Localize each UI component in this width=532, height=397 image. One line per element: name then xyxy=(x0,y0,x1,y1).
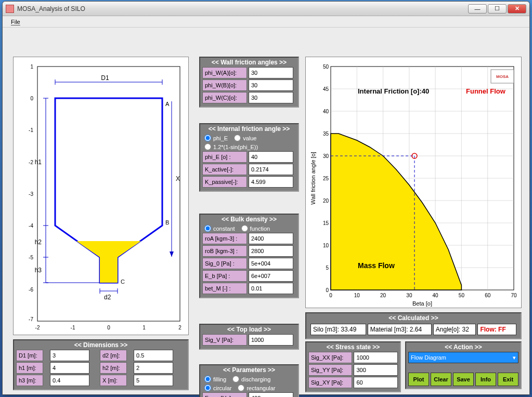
phiWC-label: phi_W(C)[o]: xyxy=(202,92,247,103)
kpassive-input[interactable] xyxy=(249,176,293,188)
roB-input[interactable] xyxy=(249,245,293,257)
svg-text:-1: -1 xyxy=(71,325,75,330)
sigXY-input[interactable] xyxy=(354,377,398,388)
mass-flow-label: Mass Flow xyxy=(358,261,395,270)
kactive-label: K_active[-]: xyxy=(202,164,247,175)
svg-text:50: 50 xyxy=(459,293,465,298)
fmax-label: Fmax [Hz]: xyxy=(202,392,247,397)
radio-discharging[interactable]: discharging xyxy=(232,376,270,382)
svg-text:45: 45 xyxy=(323,86,329,92)
radio-constant[interactable]: constant xyxy=(204,225,235,232)
svg-text:1: 1 xyxy=(30,64,33,70)
roA-input[interactable] xyxy=(249,233,293,244)
radio-function[interactable]: function xyxy=(241,225,270,232)
svg-text:-4: -4 xyxy=(29,223,33,229)
ylabel: Wall friction angle [o] xyxy=(310,152,316,205)
radio-circular[interactable]: circular xyxy=(204,385,231,391)
kactive-input[interactable] xyxy=(249,164,293,175)
svg-text:5: 5 xyxy=(326,265,329,271)
clear-button[interactable]: Clear xyxy=(431,373,451,386)
calc-flow: Flow: FF xyxy=(477,324,516,335)
menu-file[interactable]: File xyxy=(7,18,24,26)
titlebar[interactable]: MOSA_Analysis of SILO — ☐ ✕ xyxy=(3,2,529,16)
svg-text:40: 40 xyxy=(433,293,439,298)
close-button[interactable]: ✕ xyxy=(508,4,526,14)
wall-friction-panel: << Wall friction angles >> phi_W(A)[o]: … xyxy=(199,57,299,108)
svg-text:10: 10 xyxy=(354,293,360,298)
phiE-input[interactable] xyxy=(249,151,293,163)
save-button[interactable]: Save xyxy=(453,373,474,386)
X-input[interactable] xyxy=(134,375,173,386)
app-icon xyxy=(6,5,14,13)
radio-formula[interactable]: 1.2*(1-sin(phi_E)) xyxy=(204,143,258,150)
svg-text:20: 20 xyxy=(380,293,386,298)
radio-rectangular[interactable]: rectangular xyxy=(238,385,275,391)
h2-input[interactable] xyxy=(134,362,173,374)
menubar: File xyxy=(3,16,529,28)
svg-text:15: 15 xyxy=(323,220,329,226)
top-load-panel: << Top load >> Sig_V [Pa]: xyxy=(199,324,299,350)
stress-panel: << Stress state >> Sig_XX [Pa]: Sig_YY [… xyxy=(305,341,401,392)
svg-text:-6: -6 xyxy=(29,287,33,293)
calculated-title: << Calculated >> xyxy=(308,314,518,322)
svg-text:B: B xyxy=(165,219,169,226)
roB-label: roB [kgm-3] : xyxy=(202,245,247,257)
svg-marker-35 xyxy=(170,252,174,257)
h3-input[interactable] xyxy=(50,375,89,386)
radio-filling[interactable]: filling xyxy=(204,376,226,382)
phiWA-label: phi_W(A)[o]: xyxy=(202,67,247,78)
plot-button[interactable]: Plot xyxy=(408,373,429,386)
svg-text:D1: D1 xyxy=(101,74,109,82)
betM-input[interactable] xyxy=(249,283,293,294)
D1-input[interactable] xyxy=(50,350,89,361)
sigXY-label: Sig_XY [Pa]: xyxy=(308,377,352,388)
phiWC-input[interactable] xyxy=(249,92,293,103)
action-title: << Action >> xyxy=(408,343,518,351)
maximize-button[interactable]: ☐ xyxy=(488,4,507,14)
action-panel: << Action >> Flow Diagram▾ Plot Clear Sa… xyxy=(405,341,522,389)
svg-text:A: A xyxy=(165,101,170,107)
sig0-label: Sig_0 [Pa] : xyxy=(202,258,247,269)
phiWA-input[interactable] xyxy=(249,67,293,78)
sigYY-input[interactable] xyxy=(354,364,398,376)
svg-text:40: 40 xyxy=(323,109,329,114)
window-title: MOSA_Analysis of SILO xyxy=(17,5,468,12)
phiWB-input[interactable] xyxy=(249,80,293,91)
internal-title: << Internal friction angle >> xyxy=(202,125,296,133)
svg-text:70: 70 xyxy=(511,293,517,298)
sigXX-input[interactable] xyxy=(354,352,398,363)
info-button[interactable]: Info xyxy=(475,373,496,386)
chart-title-left: Internal Friction [o]:40 xyxy=(358,87,429,95)
sig0-input[interactable] xyxy=(249,258,293,269)
sigV-label: Sig_V [Pa]: xyxy=(202,334,247,346)
sigXX-label: Sig_XX [Pa]: xyxy=(308,352,352,363)
d2-input[interactable] xyxy=(134,350,173,361)
fmax-input[interactable] xyxy=(249,392,293,397)
sigV-input[interactable] xyxy=(249,334,293,346)
X-label: X [m]: xyxy=(100,375,127,386)
xlabel: Beta [o] xyxy=(412,300,432,307)
svg-text:MOSA: MOSA xyxy=(496,74,509,79)
roA-label: roA [kgm-3] : xyxy=(202,233,247,244)
action-select[interactable]: Flow Diagram▾ xyxy=(408,352,518,363)
calc-material: Material [m3]: 2.64 xyxy=(368,324,432,335)
exit-button[interactable]: Exit xyxy=(498,373,518,386)
calc-silo: Silo [m3]: 33.49 xyxy=(310,324,366,335)
svg-text:35: 35 xyxy=(323,131,329,137)
svg-text:25: 25 xyxy=(323,176,329,181)
svg-text:h3: h3 xyxy=(35,267,42,274)
svg-text:30: 30 xyxy=(406,293,412,298)
minimize-button[interactable]: — xyxy=(468,4,487,14)
radio-value[interactable]: value xyxy=(234,135,256,141)
internal-friction-panel: << Internal friction angle >> phi_E valu… xyxy=(199,123,299,192)
phiWB-label: phi_W(B)[o]: xyxy=(202,80,247,91)
svg-text:X: X xyxy=(176,175,180,182)
betM-label: bet_M [-] : xyxy=(202,283,247,294)
h1-input[interactable] xyxy=(50,362,89,374)
eb-label: E_b [Pa] : xyxy=(202,270,247,282)
h2-label: h2 [m]: xyxy=(100,362,127,374)
radio-phiE[interactable]: phi_E xyxy=(204,135,228,141)
chevron-down-icon: ▾ xyxy=(513,354,516,361)
svg-text:2: 2 xyxy=(178,325,181,330)
eb-input[interactable] xyxy=(249,270,293,282)
